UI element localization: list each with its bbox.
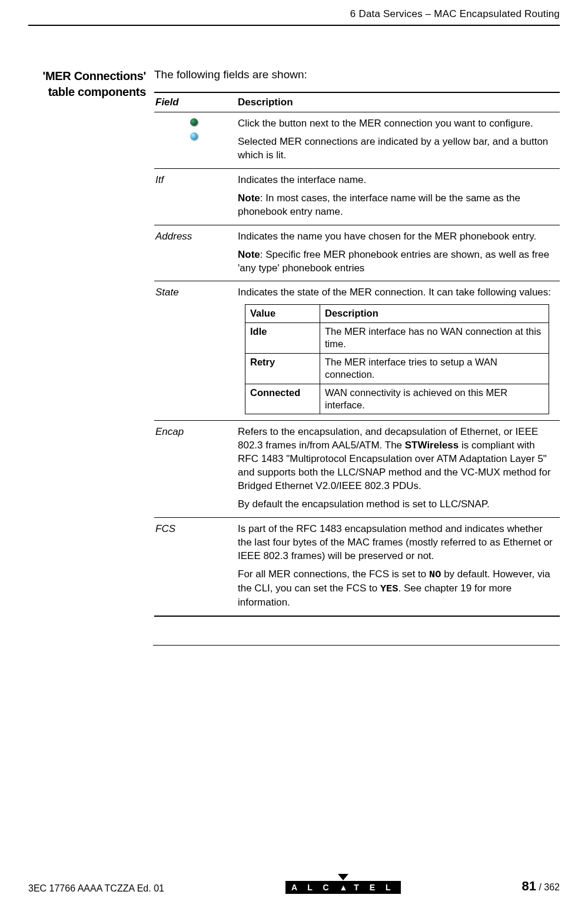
footer-page-number: 81 / 362 [521,879,560,894]
state-desc: The MER interface tries to setup a WAN c… [320,353,549,384]
desc-cell: Refers to the encapsulation, and decapsu… [237,421,560,518]
note-label: Note [238,192,260,204]
desc-text: Note: In most cases, the interface name … [238,192,555,219]
desc-text: Refers to the encapsulation, and decapsu… [238,425,555,493]
fields-table: Field Description Click the button next … [154,92,560,617]
main-column: The following fields are shown: Field De… [154,68,560,617]
desc-text: By default the encapsulation method is s… [238,498,555,511]
th-field: Field [154,92,237,112]
table-row: State Indicates the state of the MER con… [154,281,560,421]
bullet-on-icon [190,132,198,140]
footer-logo-block: A L C ▲ T E L [164,874,522,894]
triangle-icon [338,874,348,880]
footer-doc-id: 3EC 17766 AAAA TCZZA Ed. 01 [28,883,164,894]
page-total: 362 [544,882,560,892]
field-name: FCS [154,518,237,616]
page-current: 81 [521,879,536,893]
table-row: Click the button next to the MER connect… [154,112,560,169]
code-value: YES [380,583,398,594]
margin-heading-line2: table components [28,84,146,100]
state-values-table: Value Description Idle The MER interface… [245,304,549,414]
text-run: For all MER connections, the FCS is set … [238,568,429,580]
state-value: Idle [245,322,320,353]
desc-text: Selected MER connections are indicated b… [238,135,555,162]
field-name: State [154,281,237,421]
field-name: Address [154,225,237,281]
desc-text: Click the button next to the MER connect… [238,117,555,131]
desc-text: Indicates the state of the MER connectio… [238,286,555,300]
product-name: STWireless [405,440,459,451]
field-icons [154,112,237,169]
th-description: Description [237,92,560,112]
bullet-off-icon [190,118,198,126]
table-row: Itf Indicates the interface name. Note: … [154,168,560,225]
alcatel-logo: A L C ▲ T E L [285,881,401,894]
table-row: Address Indicates the name you have chos… [154,225,560,281]
desc-text: Indicates the interface name. [238,174,555,187]
state-desc: The MER interface has no WAN connection … [320,322,549,353]
inner-th-value: Value [245,305,320,322]
header-rule [28,25,560,26]
table-row: Encap Refers to the encapsulation, and d… [154,421,560,518]
desc-cell: Indicates the interface name. Note: In m… [237,168,560,225]
desc-text: Note: Specific free MER phonebook entrie… [238,248,555,275]
intro-text: The following fields are shown: [154,68,560,81]
page-footer: 3EC 17766 AAAA TCZZA Ed. 01 A L C ▲ T E … [28,874,560,894]
desc-cell: Is part of the RFC 1483 encapsulation me… [237,518,560,616]
state-value: Retry [245,353,320,384]
desc-cell: Indicates the state of the MER connectio… [237,281,560,421]
note-text: : In most cases, the interface name will… [238,192,520,217]
section-end-rule [153,645,560,646]
field-name: Itf [154,168,237,225]
table-row: FCS Is part of the RFC 1483 encapsulatio… [154,518,560,616]
desc-text: Is part of the RFC 1483 encapsulation me… [238,523,555,563]
state-desc: WAN connectivity is achieved on this MER… [320,384,549,414]
desc-text: For all MER connections, the FCS is set … [238,568,555,610]
page-sep: / [536,882,544,892]
desc-cell: Click the button next to the MER connect… [237,112,560,169]
note-label: Note [238,249,260,260]
state-value: Connected [245,384,320,414]
page: 6 Data Services – MAC Encapsulated Routi… [0,0,588,908]
content-area: 'MER Connections' table components The f… [28,68,560,617]
desc-text: Indicates the name you have chosen for t… [238,230,555,244]
field-name: Encap [154,421,237,518]
running-header: 6 Data Services – MAC Encapsulated Routi… [28,8,560,25]
inner-th-desc: Description [320,305,549,322]
desc-cell: Indicates the name you have chosen for t… [237,225,560,281]
note-text: : Specific free MER phonebook entries ar… [238,249,549,274]
margin-heading-line1: 'MER Connections' [28,68,146,84]
margin-heading: 'MER Connections' table components [28,68,154,617]
code-value: NO [429,569,441,580]
